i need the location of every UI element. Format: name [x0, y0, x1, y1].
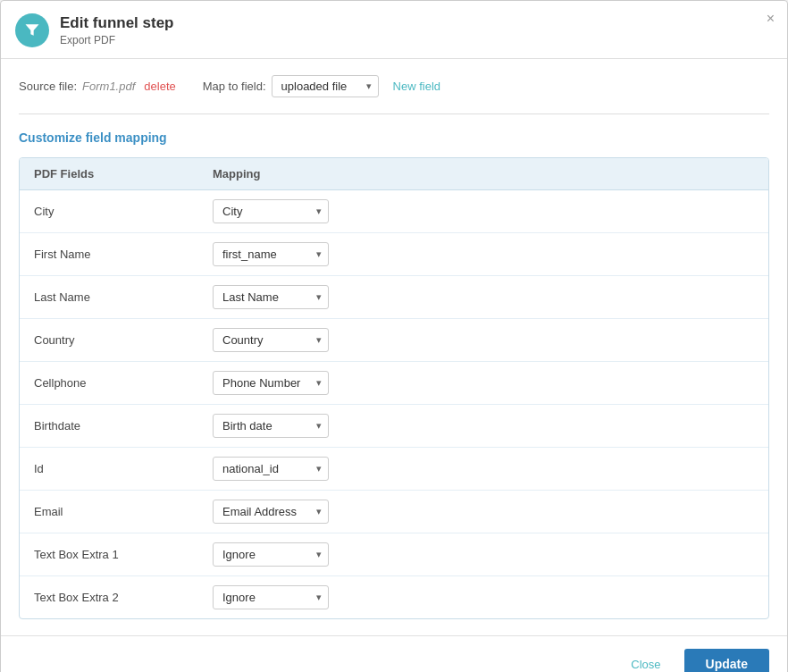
funnel-icon — [15, 13, 49, 47]
pdf-field-cell: Text Box Extra 1 — [20, 533, 198, 576]
mapping-select[interactable]: Country — [213, 328, 329, 352]
mapping-select-wrapper: Phone Number▾ — [213, 371, 329, 395]
mapping-cell: Ignore▾ — [198, 576, 768, 619]
mapping-select[interactable]: Last Name — [213, 285, 329, 309]
mapping-select-wrapper: Country▾ — [213, 328, 329, 352]
col-mapping: Mapping — [198, 158, 768, 190]
pdf-field-cell: Cellphone — [20, 362, 198, 405]
mapping-cell: national_id▾ — [198, 448, 768, 491]
separator — [19, 113, 769, 114]
pdf-field-cell: Text Box Extra 2 — [20, 576, 198, 619]
mapping-select[interactable]: Ignore — [213, 542, 329, 567]
delete-link[interactable]: delete — [144, 80, 175, 93]
modal-footer: Close Update — [1, 635, 787, 672]
mapping-cell: Country▾ — [198, 319, 768, 362]
pdf-field-cell: Birthdate — [20, 405, 198, 448]
mapping-select[interactable]: Birth date — [213, 414, 329, 438]
mapping-select-wrapper: Birth date▾ — [213, 414, 329, 438]
mapping-cell: City▾ — [198, 190, 768, 233]
table-row: Text Box Extra 1Ignore▾ — [20, 533, 768, 576]
table-row: First Namefirst_name▾ — [20, 233, 768, 276]
mapping-cell: Email Address▾ — [198, 491, 768, 533]
mapping-select[interactable]: national_id — [213, 457, 329, 481]
table-header-row: PDF Fields Mapping — [20, 158, 768, 190]
close-icon-button[interactable]: × — [767, 12, 775, 26]
update-button[interactable]: Update — [684, 649, 769, 672]
mapping-select[interactable]: Email Address — [213, 500, 329, 524]
mapping-select-wrapper: City▾ — [213, 199, 329, 223]
map-to-field-wrapper: uploaded file ▾ — [272, 75, 379, 97]
map-label: Map to field: — [203, 80, 266, 93]
pdf-field-cell: Country — [20, 319, 198, 362]
col-pdf-fields: PDF Fields — [20, 158, 198, 190]
close-button[interactable]: Close — [616, 651, 675, 673]
table-row: BirthdateBirth date▾ — [20, 405, 768, 448]
mapping-cell: first_name▾ — [198, 233, 768, 276]
table-row: Text Box Extra 2Ignore▾ — [20, 576, 768, 619]
map-to-field-select[interactable]: uploaded file — [272, 75, 379, 97]
mapping-select-wrapper: Ignore▾ — [213, 585, 329, 609]
mapping-table: PDF Fields Mapping CityCity▾First Namefi… — [20, 158, 768, 618]
table-row: Last NameLast Name▾ — [20, 276, 768, 319]
mapping-select[interactable]: City — [213, 199, 329, 223]
source-label: Source file: — [19, 80, 77, 93]
modal-title: Edit funnel step — [60, 14, 174, 32]
mapping-table-container: PDF Fields Mapping CityCity▾First Namefi… — [19, 157, 769, 619]
table-row: CityCity▾ — [20, 190, 768, 233]
mapping-cell: Phone Number▾ — [198, 362, 768, 405]
modal-body: Source file: Form1.pdf delete Map to fie… — [1, 59, 787, 635]
new-field-link[interactable]: New field — [393, 80, 440, 93]
mapping-cell: Last Name▾ — [198, 276, 768, 319]
modal-header: Edit funnel step Export PDF × — [1, 1, 787, 59]
table-row: EmailEmail Address▾ — [20, 491, 768, 533]
mapping-select-wrapper: national_id▾ — [213, 457, 329, 481]
mapping-cell: Ignore▾ — [198, 533, 768, 576]
mapping-cell: Birth date▾ — [198, 405, 768, 448]
table-row: Idnational_id▾ — [20, 448, 768, 491]
pdf-field-cell: First Name — [20, 233, 198, 276]
section-title: Customize field mapping — [19, 130, 769, 145]
pdf-field-cell: City — [20, 190, 198, 233]
modal-subtitle: Export PDF — [60, 34, 174, 46]
pdf-field-cell: Email — [20, 491, 198, 533]
pdf-field-cell: Last Name — [20, 276, 198, 319]
source-filename: Form1.pdf — [82, 80, 135, 93]
edit-funnel-modal: Edit funnel step Export PDF × Source fil… — [0, 0, 788, 672]
source-row: Source file: Form1.pdf delete Map to fie… — [19, 75, 769, 97]
mapping-select[interactable]: Ignore — [213, 585, 329, 609]
mapping-select-wrapper: first_name▾ — [213, 242, 329, 266]
pdf-field-cell: Id — [20, 448, 198, 491]
table-row: CellphonePhone Number▾ — [20, 362, 768, 405]
modal-title-group: Edit funnel step Export PDF — [60, 14, 174, 46]
table-row: CountryCountry▾ — [20, 319, 768, 362]
mapping-select[interactable]: first_name — [213, 242, 329, 266]
mapping-select-wrapper: Email Address▾ — [213, 500, 329, 524]
mapping-select-wrapper: Ignore▾ — [213, 542, 329, 567]
mapping-select[interactable]: Phone Number — [213, 371, 329, 395]
mapping-select-wrapper: Last Name▾ — [213, 285, 329, 309]
